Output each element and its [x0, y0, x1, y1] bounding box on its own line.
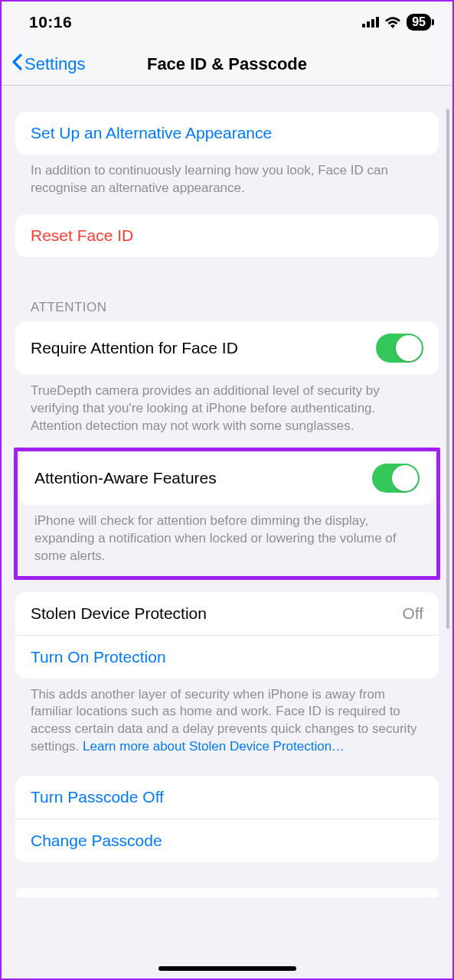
- passcode-group: Turn Passcode Off Change Passcode: [15, 776, 439, 862]
- scrollbar[interactable]: [446, 109, 449, 629]
- set-up-alt-appearance-button[interactable]: Set Up an Alternative Appearance: [15, 112, 439, 155]
- highlight-attention-aware: Attention-Aware Features iPhone will che…: [14, 448, 440, 580]
- status-bar: 10:16 95: [2, 2, 452, 43]
- wifi-icon: [384, 16, 401, 28]
- stolen-device-row[interactable]: Stolen Device Protection Off: [15, 592, 439, 635]
- stolen-device-group: Stolen Device Protection Off Turn On Pro…: [15, 592, 439, 679]
- turn-on-protection-button[interactable]: Turn On Protection: [15, 635, 439, 679]
- require-attention-row[interactable]: Require Attention for Face ID: [15, 321, 439, 375]
- stolen-device-footer: This adds another layer of security when…: [15, 679, 439, 757]
- reset-face-id-button[interactable]: Reset Face ID: [15, 214, 439, 257]
- attention-header: ATTENTION: [15, 257, 439, 321]
- nav-bar: Settings Face ID & Passcode: [2, 43, 452, 86]
- back-label: Settings: [24, 54, 86, 74]
- stolen-device-value: Off: [402, 604, 423, 623]
- status-indicators: 95: [362, 14, 431, 31]
- attention-aware-group: Attention-Aware Features: [19, 451, 435, 505]
- require-attention-toggle[interactable]: [376, 334, 423, 363]
- attention-aware-toggle[interactable]: [372, 464, 420, 493]
- svg-rect-0: [362, 24, 365, 28]
- cellular-icon: [362, 17, 379, 28]
- learn-more-link[interactable]: Learn more about Stolen Device Protectio…: [83, 739, 345, 754]
- status-time: 10:16: [29, 13, 72, 31]
- alt-appearance-group: Set Up an Alternative Appearance: [15, 112, 439, 155]
- home-indicator[interactable]: [158, 966, 296, 971]
- require-attention-label: Require Attention for Face ID: [31, 339, 238, 357]
- turn-passcode-off-button[interactable]: Turn Passcode Off: [15, 776, 439, 819]
- back-button[interactable]: Settings: [11, 53, 86, 76]
- battery-indicator: 95: [407, 14, 431, 31]
- attention-aware-label: Attention-Aware Features: [34, 469, 217, 487]
- stolen-device-label: Stolen Device Protection: [31, 604, 207, 623]
- change-passcode-button[interactable]: Change Passcode: [15, 819, 439, 862]
- attention-aware-row[interactable]: Attention-Aware Features: [19, 451, 435, 505]
- next-group-peek: [15, 888, 439, 897]
- svg-rect-1: [367, 21, 370, 28]
- svg-rect-2: [371, 19, 374, 28]
- attention-aware-footer: iPhone will check for attention before d…: [19, 505, 435, 565]
- content: Set Up an Alternative Appearance In addi…: [2, 86, 452, 897]
- svg-rect-3: [376, 17, 379, 28]
- reset-group: Reset Face ID: [15, 214, 439, 257]
- chevron-left-icon: [11, 53, 23, 76]
- alt-appearance-footer: In addition to continuously learning how…: [15, 155, 439, 197]
- require-attention-footer: TrueDepth camera provides an additional …: [15, 375, 439, 435]
- require-attention-group: Require Attention for Face ID: [15, 321, 439, 375]
